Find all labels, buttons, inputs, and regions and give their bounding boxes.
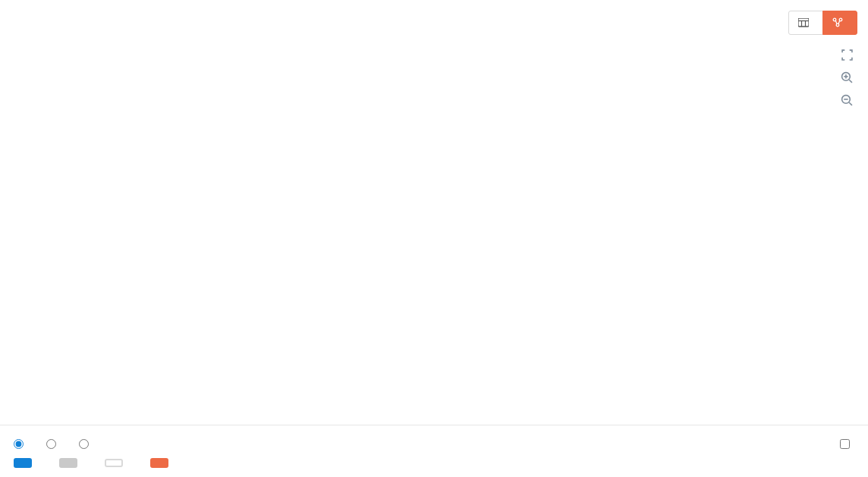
zoom-toolbar bbox=[838, 46, 856, 109]
graph-icon bbox=[832, 17, 843, 28]
radio-basic[interactable] bbox=[14, 439, 28, 449]
table-icon bbox=[798, 18, 809, 27]
swatch-grey bbox=[59, 458, 77, 468]
show-connection-count-checkbox[interactable] bbox=[840, 439, 854, 449]
legend-external-source bbox=[150, 458, 175, 468]
zoom-in-button[interactable] bbox=[838, 68, 856, 86]
radio-cell-count[interactable] bbox=[79, 439, 93, 449]
list-view-button[interactable] bbox=[788, 11, 823, 35]
legend-worksheet bbox=[14, 458, 38, 468]
edges-layer bbox=[0, 0, 868, 406]
footer bbox=[0, 425, 868, 477]
visualization-view-button[interactable] bbox=[822, 11, 857, 35]
swatch-outline bbox=[105, 459, 123, 467]
legend-very-hidden-worksheet bbox=[105, 459, 129, 467]
zoom-out-button[interactable] bbox=[838, 91, 856, 109]
legend-hidden-worksheet bbox=[59, 458, 83, 468]
swatch-blue bbox=[14, 458, 32, 468]
legend bbox=[14, 458, 854, 468]
mode-radio-group bbox=[14, 439, 93, 449]
diagram-canvas[interactable] bbox=[0, 0, 868, 406]
radio-basic-input[interactable] bbox=[14, 439, 24, 449]
view-toggle bbox=[788, 11, 857, 35]
radio-input-output[interactable] bbox=[46, 439, 61, 449]
radio-cellcount-input[interactable] bbox=[79, 439, 89, 449]
radio-io-input[interactable] bbox=[46, 439, 56, 449]
show-connection-count-input[interactable] bbox=[840, 439, 850, 449]
fullscreen-button[interactable] bbox=[838, 46, 856, 64]
swatch-orange bbox=[150, 458, 168, 468]
